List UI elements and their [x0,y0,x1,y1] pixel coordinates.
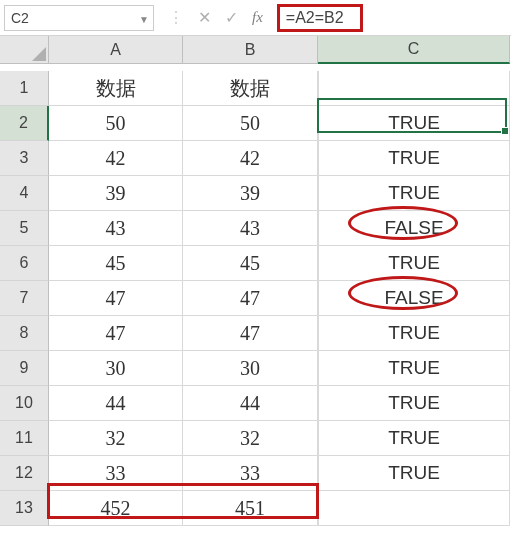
cell-C3[interactable]: TRUE [318,141,510,176]
cell-A2[interactable]: 50 [49,106,183,141]
cell-B4[interactable]: 39 [183,176,318,211]
cell-B5[interactable]: 43 [183,211,318,246]
cell-A3[interactable]: 42 [49,141,183,176]
cell-C6[interactable]: TRUE [318,246,510,281]
separator-icon: ⋮ [168,8,184,27]
cell-A12[interactable]: 33 [49,456,183,491]
cell-A10[interactable]: 44 [49,386,183,421]
row-header-9[interactable]: 9 [0,351,49,386]
col-header-A[interactable]: A [49,36,183,64]
cell-B9[interactable]: 30 [183,351,318,386]
formula-bar: C2 ▼ ⋮ ✕ ✓ fx =A2=B2 [0,0,511,36]
cell-B12[interactable]: 33 [183,456,318,491]
cell-C12[interactable]: TRUE [318,456,510,491]
row-header-8[interactable]: 8 [0,316,49,351]
formula-text: =A2=B2 [286,9,344,27]
cell-B1[interactable]: 数据 [183,71,318,106]
formula-bar-icons: ⋮ ✕ ✓ fx [154,8,277,27]
cell-A6[interactable]: 45 [49,246,183,281]
formula-input[interactable]: =A2=B2 [277,4,363,32]
formula-input-wrap: =A2=B2 [277,4,363,32]
cell-A4[interactable]: 39 [49,176,183,211]
cell-C1[interactable] [318,71,510,106]
fx-icon[interactable]: fx [252,9,263,26]
row-header-1[interactable]: 1 [0,71,49,106]
row-header-11[interactable]: 11 [0,421,49,456]
cancel-icon[interactable]: ✕ [198,8,211,27]
row-header-13[interactable]: 13 [0,491,49,526]
cell-B13[interactable]: 451 [183,491,318,526]
row-header-5[interactable]: 5 [0,211,49,246]
select-all-corner[interactable] [0,36,49,64]
cell-C7[interactable]: FALSE [318,281,510,316]
chevron-down-icon[interactable]: ▼ [139,14,149,25]
row-header-10[interactable]: 10 [0,386,49,421]
cell-C10[interactable]: TRUE [318,386,510,421]
cell-A7[interactable]: 47 [49,281,183,316]
row-header-7[interactable]: 7 [0,281,49,316]
cell-C11[interactable]: TRUE [318,421,510,456]
cell-C9[interactable]: TRUE [318,351,510,386]
spreadsheet-grid[interactable]: A B C 1 数据 数据 2 50 50 TRUE 3 42 42 TRUE … [0,36,511,526]
cell-A13[interactable]: 452 [49,491,183,526]
confirm-icon[interactable]: ✓ [225,8,238,27]
col-header-C[interactable]: C [318,36,510,64]
cell-B2[interactable]: 50 [183,106,318,141]
cell-B11[interactable]: 32 [183,421,318,456]
name-box-value: C2 [11,10,29,26]
row-header-3[interactable]: 3 [0,141,49,176]
name-box[interactable]: C2 ▼ [4,5,154,31]
cell-C4[interactable]: TRUE [318,176,510,211]
cell-A1[interactable]: 数据 [49,71,183,106]
cell-B3[interactable]: 42 [183,141,318,176]
row-header-6[interactable]: 6 [0,246,49,281]
row-header-2[interactable]: 2 [0,106,49,141]
cell-C5[interactable]: FALSE [318,211,510,246]
cell-B6[interactable]: 45 [183,246,318,281]
row-header-4[interactable]: 4 [0,176,49,211]
col-header-B[interactable]: B [183,36,318,64]
cell-A8[interactable]: 47 [49,316,183,351]
row-header-12[interactable]: 12 [0,456,49,491]
cell-B8[interactable]: 47 [183,316,318,351]
cell-C8[interactable]: TRUE [318,316,510,351]
cell-A9[interactable]: 30 [49,351,183,386]
cell-A5[interactable]: 43 [49,211,183,246]
cell-C2[interactable]: TRUE [318,106,510,141]
cell-C13[interactable] [318,491,510,526]
cell-B7[interactable]: 47 [183,281,318,316]
cell-B10[interactable]: 44 [183,386,318,421]
cell-A11[interactable]: 32 [49,421,183,456]
